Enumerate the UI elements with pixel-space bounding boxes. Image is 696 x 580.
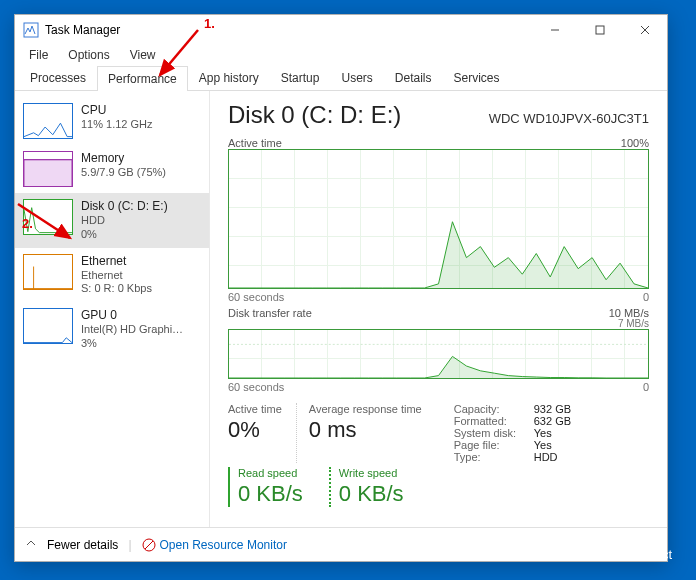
window-title: Task Manager bbox=[45, 23, 120, 37]
sidebar-gpu-title: GPU 0 bbox=[81, 308, 183, 323]
sidebar-memory-title: Memory bbox=[81, 151, 166, 166]
sidebar-gpu-pct: 3% bbox=[81, 337, 183, 351]
tab-details[interactable]: Details bbox=[384, 65, 443, 90]
menu-file[interactable]: File bbox=[21, 46, 56, 64]
active-time-value: 0% bbox=[228, 417, 282, 443]
chart2-xleft: 60 seconds bbox=[228, 381, 284, 393]
transfer-rate-chart[interactable] bbox=[228, 329, 649, 379]
tab-startup[interactable]: Startup bbox=[270, 65, 331, 90]
minimize-button[interactable] bbox=[532, 15, 577, 45]
fewer-details-link[interactable]: Fewer details bbox=[47, 538, 118, 552]
read-speed-value: 0 KB/s bbox=[238, 481, 303, 507]
chevron-up-icon[interactable] bbox=[25, 537, 37, 552]
resmon-icon bbox=[142, 538, 156, 552]
main-area: CPU 11% 1.12 GHz Memory 5.9/7.9 GB (75%) bbox=[15, 91, 667, 527]
detail-panel: Disk 0 (C: D: E:) WDC WD10JPVX-60JC3T1 A… bbox=[210, 91, 667, 527]
avg-response-label: Average response time bbox=[309, 403, 422, 415]
sidebar-memory-sub: 5.9/7.9 GB (75%) bbox=[81, 166, 166, 180]
svg-rect-2 bbox=[596, 26, 604, 34]
tab-performance[interactable]: Performance bbox=[97, 66, 188, 91]
stats-row-1: Active time 0% Average response time 0 m… bbox=[228, 403, 649, 463]
ethernet-thumb-icon bbox=[23, 254, 73, 290]
avg-response-value: 0 ms bbox=[309, 417, 422, 443]
sidebar-cpu-sub: 11% 1.12 GHz bbox=[81, 118, 153, 132]
sidebar-gpu-sub: Intel(R) HD Graphi… bbox=[81, 323, 183, 337]
sidebar-disk-sub: HDD bbox=[81, 214, 168, 228]
sidebar-disk-pct: 0% bbox=[81, 228, 168, 242]
sidebar-item-cpu[interactable]: CPU 11% 1.12 GHz bbox=[15, 97, 209, 145]
memory-thumb-icon bbox=[23, 151, 73, 187]
svg-rect-5 bbox=[24, 160, 72, 187]
menu-options[interactable]: Options bbox=[60, 46, 117, 64]
svg-line-12 bbox=[145, 541, 153, 549]
sidebar-eth-rate: S: 0 R: 0 Kbps bbox=[81, 282, 152, 296]
chart1-xright: 0 bbox=[643, 291, 649, 303]
disk-thumb-icon bbox=[23, 199, 73, 235]
performance-sidebar: CPU 11% 1.12 GHz Memory 5.9/7.9 GB (75%) bbox=[15, 91, 210, 527]
stats-row-2: Read speed 0 KB/s Write speed 0 KB/s bbox=[228, 467, 649, 507]
maximize-button[interactable] bbox=[577, 15, 622, 45]
active-time-chart[interactable] bbox=[228, 149, 649, 289]
sidebar-item-memory[interactable]: Memory 5.9/7.9 GB (75%) bbox=[15, 145, 209, 193]
chart1-max: 100% bbox=[621, 137, 649, 149]
tab-users[interactable]: Users bbox=[330, 65, 383, 90]
titlebar: Task Manager bbox=[15, 15, 667, 45]
footer: Fewer details | Open Resource Monitor bbox=[15, 527, 667, 561]
chart2-xright: 0 bbox=[643, 381, 649, 393]
read-speed-label: Read speed bbox=[238, 467, 303, 479]
app-icon bbox=[23, 22, 39, 38]
sidebar-item-gpu[interactable]: GPU 0 Intel(R) HD Graphi… 3% bbox=[15, 302, 209, 357]
tab-services[interactable]: Services bbox=[443, 65, 511, 90]
sidebar-item-disk[interactable]: Disk 0 (C: D: E:) HDD 0% bbox=[15, 193, 209, 248]
tab-processes[interactable]: Processes bbox=[19, 65, 97, 90]
sidebar-eth-title: Ethernet bbox=[81, 254, 152, 269]
menu-view[interactable]: View bbox=[122, 46, 164, 64]
cpu-thumb-icon bbox=[23, 103, 73, 139]
detail-model: WDC WD10JPVX-60JC3T1 bbox=[489, 111, 649, 126]
disk-info-table: Capacity:932 GB Formatted:632 GB System … bbox=[454, 403, 571, 463]
sidebar-disk-title: Disk 0 (C: D: E:) bbox=[81, 199, 168, 214]
task-manager-window: Task Manager File Options View Processes… bbox=[14, 14, 668, 562]
gpu-thumb-icon bbox=[23, 308, 73, 344]
tabstrip: Processes Performance App history Startu… bbox=[15, 65, 667, 91]
write-speed-value: 0 KB/s bbox=[339, 481, 404, 507]
write-speed-label: Write speed bbox=[339, 467, 404, 479]
chart1-xleft: 60 seconds bbox=[228, 291, 284, 303]
chart2-innermax: 7 MB/s bbox=[228, 318, 649, 329]
sidebar-item-ethernet[interactable]: Ethernet Ethernet S: 0 R: 0 Kbps bbox=[15, 248, 209, 303]
close-button[interactable] bbox=[622, 15, 667, 45]
tab-app-history[interactable]: App history bbox=[188, 65, 270, 90]
menubar: File Options View bbox=[15, 45, 667, 65]
sidebar-cpu-title: CPU bbox=[81, 103, 153, 118]
detail-title: Disk 0 (C: D: E:) bbox=[228, 101, 401, 129]
sidebar-eth-sub: Ethernet bbox=[81, 269, 152, 283]
active-time-label: Active time bbox=[228, 403, 282, 415]
chart1-label: Active time bbox=[228, 137, 282, 149]
open-resource-monitor-link[interactable]: Open Resource Monitor bbox=[142, 538, 287, 552]
